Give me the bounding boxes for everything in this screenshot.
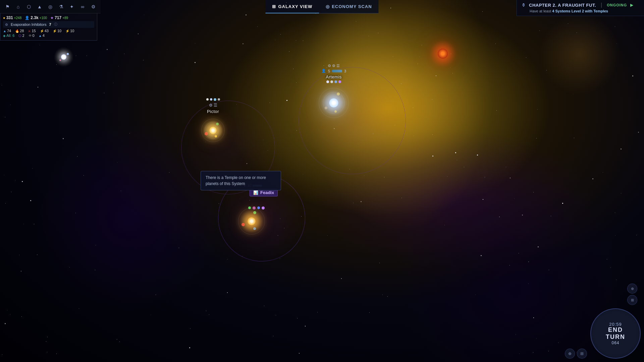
end-turn-button[interactable]: 20:59 END TURN 064 bbox=[590, 308, 641, 359]
end-turn-num: 064 bbox=[611, 341, 619, 345]
dust-value: 331 bbox=[6, 15, 13, 20]
pictor-star bbox=[198, 115, 228, 145]
hex-val: 2 bbox=[22, 34, 24, 38]
temple-tooltip: There is a Temple on one or more planets… bbox=[201, 171, 281, 190]
nav-diplomacy[interactable]: ∞ bbox=[78, 2, 87, 11]
pictor-icons: ⚙ ☰ bbox=[209, 103, 217, 108]
feadix-planet-row bbox=[248, 206, 265, 209]
hex-icon: ⬡ bbox=[18, 34, 21, 38]
dust-icon: ● bbox=[3, 16, 5, 20]
pictor-icon-building: ⚙ bbox=[209, 103, 213, 108]
eye-icon: 👁 bbox=[29, 34, 32, 38]
lightning3-icon: ⚡ bbox=[65, 29, 69, 33]
pop-value: 2.3k bbox=[31, 15, 38, 20]
nav-triangle[interactable]: ▲ bbox=[35, 2, 44, 11]
resource-panel: ● 331 +248 👤 2.3k +100 ★ 717 +89 ⚙ Evapo… bbox=[0, 13, 97, 41]
feadix-label-box[interactable]: 📊 Feadix bbox=[250, 189, 278, 196]
artemis-stats: 👤 5 3 bbox=[321, 69, 346, 73]
xp-resource: ★ 717 +89 bbox=[50, 15, 68, 20]
artemis-influence bbox=[299, 67, 406, 174]
nav-city[interactable]: ⌂ bbox=[13, 2, 23, 11]
compass-btn[interactable]: ⊕ bbox=[565, 349, 575, 359]
xp-delta: +89 bbox=[62, 16, 68, 20]
xp-value: 717 bbox=[55, 15, 61, 20]
pop-resource: 👤 2.3k +100 bbox=[25, 15, 47, 20]
chapter-highlight: 4 Systems Level 2 with Temples bbox=[552, 9, 608, 13]
pop-delta: +100 bbox=[40, 16, 47, 20]
lightning1-icon: ⚡ bbox=[40, 29, 44, 33]
stat-fire: 🔥 28 bbox=[15, 29, 24, 33]
artemis-planets bbox=[326, 80, 341, 83]
zoom-btn[interactable]: ⊞ bbox=[577, 349, 587, 359]
lightning3-val: 10 bbox=[70, 29, 74, 33]
prod-icon: ⚙ bbox=[5, 23, 8, 26]
stat-attack: ⚔ 15 bbox=[28, 29, 36, 33]
planet-dot bbox=[218, 98, 220, 101]
chapter-title: CHAPTER 2. A FRAUGHT FUT. bbox=[529, 3, 596, 8]
manpower-icon: ▲ bbox=[3, 29, 6, 33]
planet-dot bbox=[214, 98, 216, 101]
stars-layer bbox=[0, 0, 644, 362]
end-turn-area: 20:59 END TURN 064 bbox=[590, 308, 644, 362]
pictor-planets bbox=[206, 98, 220, 101]
prod-count: 7 bbox=[49, 22, 51, 26]
game-canvas: ⚙ ☰ Pictor ⚙ ⚙ ☰ 👤 5 bbox=[0, 0, 644, 362]
planet-dot bbox=[206, 98, 209, 101]
chapter-status: ONGOING bbox=[607, 3, 627, 7]
triangle2-icon: ▲ bbox=[39, 34, 42, 38]
end-turn-num-val: 064 bbox=[611, 341, 619, 345]
chapter-panel: ⚱ CHAPTER 2. A FRAUGHT FUT. | ONGOING ▶ … bbox=[517, 0, 644, 16]
minimap-area: ⊕ ⊞ bbox=[627, 284, 641, 305]
minimap-btn-2[interactable]: ⊞ bbox=[627, 295, 637, 305]
fire-icon: 🔥 bbox=[15, 29, 19, 33]
minimap-btn-1[interactable]: ⊕ bbox=[627, 284, 637, 294]
nav-target[interactable]: ◎ bbox=[46, 2, 55, 11]
lightning2-val: 10 bbox=[57, 29, 61, 33]
prod-info-icon: ⓘ bbox=[54, 22, 57, 27]
pictor-icon-menu: ☰ bbox=[214, 103, 217, 108]
production-row[interactable]: ⚙ Evaporation Inhibitors 7 ⓘ bbox=[3, 21, 94, 28]
nav-science[interactable]: ⚗ bbox=[56, 2, 66, 11]
stat-lightning2: ⚡ 10 bbox=[53, 29, 61, 33]
stat-hex: ⬡ 2 bbox=[18, 34, 24, 38]
nav-fleet[interactable]: ⬡ bbox=[24, 2, 34, 11]
manpower-val: 74 bbox=[7, 29, 11, 33]
stat-lightning3: ⚡ 10 bbox=[65, 29, 74, 33]
planet-dot bbox=[210, 98, 212, 101]
topleft-system[interactable] bbox=[54, 47, 74, 67]
feadix-label-text: Feadix bbox=[260, 190, 274, 195]
pictor-influence bbox=[181, 101, 275, 194]
stat-row-2: ◈ All: 6 ⬡ 2 👁 0 ▲ 4 bbox=[3, 34, 94, 38]
main-resources-row: ● 331 +248 👤 2.3k +100 ★ 717 +89 bbox=[3, 15, 94, 20]
chapter-title-row: ⚱ CHAPTER 2. A FRAUGHT FUT. | ONGOING ▶ bbox=[522, 2, 639, 8]
stat-manpower: ▲ 74 bbox=[3, 29, 11, 33]
feadix-system[interactable] bbox=[235, 204, 268, 238]
triangle2-val: 4 bbox=[43, 34, 45, 38]
nav-icons: ⚑ ⌂ ⬡ ▲ ◎ ⚗ ✦ ∞ ⚙ bbox=[0, 0, 101, 13]
all-icon: ◈ bbox=[3, 34, 6, 38]
attack-icon: ⚔ bbox=[28, 29, 31, 33]
nav-settings[interactable]: ⚙ bbox=[89, 2, 98, 11]
artemis-star bbox=[315, 84, 352, 121]
end-turn-turn: TURN bbox=[606, 334, 625, 341]
nav-star[interactable]: ✦ bbox=[67, 2, 76, 11]
lightning2-icon: ⚡ bbox=[53, 29, 57, 33]
end-turn-time: 20:59 bbox=[609, 322, 622, 327]
artemis-label: Artemis bbox=[326, 74, 342, 79]
pictor-label: Pictor bbox=[207, 109, 219, 114]
pictor-system[interactable]: ⚙ ☰ Pictor bbox=[198, 97, 228, 145]
end-turn-end: END bbox=[608, 327, 623, 334]
artemis-system[interactable]: ⚙ ⚙ ☰ 👤 5 3 Artemis bbox=[315, 64, 352, 121]
dust-delta: +248 bbox=[14, 16, 22, 20]
lightning1-val: 43 bbox=[45, 29, 49, 33]
nav-empire[interactable]: ⚑ bbox=[3, 2, 12, 11]
topright-system[interactable] bbox=[429, 40, 456, 67]
stat-eye: 👁 0 bbox=[29, 34, 35, 38]
all-val: All: 6 bbox=[6, 34, 14, 38]
stat-row-1: ▲ 74 🔥 28 ⚔ 15 ⚡ 43 ⚡ 10 ⚡ 10 bbox=[3, 29, 94, 33]
pop-icon: 👤 bbox=[25, 16, 30, 20]
feadix-top-stats: ▼ 10 bbox=[243, 184, 262, 187]
xp-icon: ★ bbox=[50, 16, 54, 20]
stat-triangle2: ▲ 4 bbox=[39, 34, 45, 38]
attack-val: 15 bbox=[32, 29, 36, 33]
